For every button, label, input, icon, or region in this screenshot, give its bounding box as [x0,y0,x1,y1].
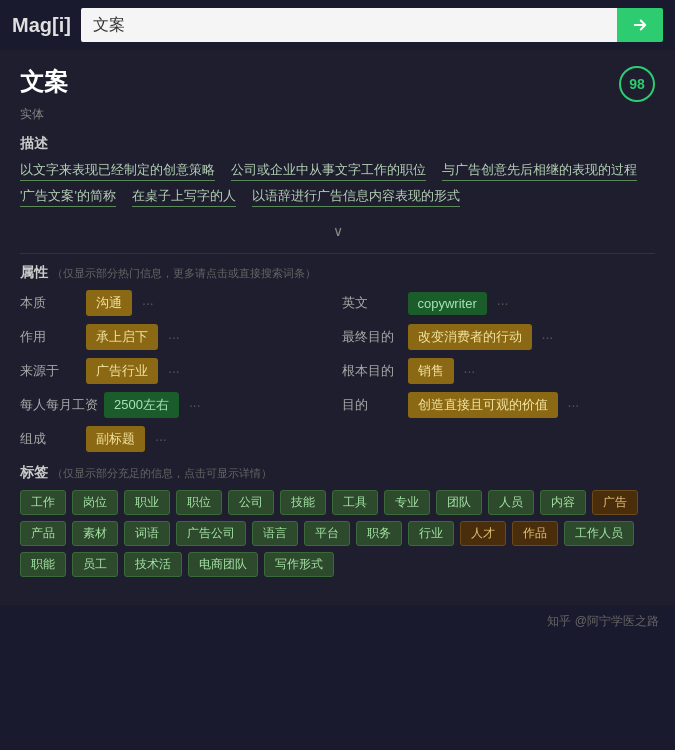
divider [20,253,655,254]
tag-item-22[interactable]: 工作人员 [564,521,634,546]
attr-col-right-1: 最终目的 改变消费者的行动 ··· [342,324,656,350]
desc-item-4[interactable]: 在桌子上写字的人 [132,187,236,207]
tag-item-6[interactable]: 工具 [332,490,378,515]
desc-item-5[interactable]: 以语辞进行广告信息内容表现的形式 [252,187,460,207]
attr-label-根本目的: 根本目的 [342,362,402,380]
attr-dots-0-left[interactable]: ··· [138,295,158,311]
attr-label-组成: 组成 [20,430,80,448]
tag-item-5[interactable]: 技能 [280,490,326,515]
tag-item-7[interactable]: 专业 [384,490,430,515]
logo: Mag[i] [12,14,71,37]
attr-dots-0-right[interactable]: ··· [493,295,513,311]
attr-value-改变消费者的行动[interactable]: 改变消费者的行动 [408,324,532,350]
attr-dots-2-left[interactable]: ··· [164,363,184,379]
attr-label-本质: 本质 [20,294,80,312]
search-bar [81,8,663,42]
tag-item-20[interactable]: 人才 [460,521,506,546]
tag-item-21[interactable]: 作品 [512,521,558,546]
attr-dots-1-left[interactable]: ··· [164,329,184,345]
attr-dots-4-left[interactable]: ··· [151,431,171,447]
description-items: 以文字来表现已经制定的创意策略 公司或企业中从事文字工作的职位 与广告创意先后相… [20,161,655,207]
header: Mag[i] [0,0,675,50]
attr-value-销售[interactable]: 销售 [408,358,454,384]
attributes-header: 属性（仅显示部分热门信息，更多请点击或直接搜索词条） [20,264,655,282]
desc-item-3[interactable]: '广告文案'的简称 [20,187,116,207]
tag-item-25[interactable]: 技术活 [124,552,182,577]
attr-label-英文: 英文 [342,294,402,312]
tag-item-9[interactable]: 人员 [488,490,534,515]
attr-label-目的: 目的 [342,396,402,414]
tag-item-15[interactable]: 广告公司 [176,521,246,546]
tag-item-4[interactable]: 公司 [228,490,274,515]
attr-value-承上启下[interactable]: 承上启下 [86,324,158,350]
attr-col-right-3: 目的 创造直接且可观的价值 ··· [342,392,656,418]
attributes-note: （仅显示部分热门信息，更多请点击或直接搜索词条） [52,267,316,279]
attr-value-创造直接且可观的价值[interactable]: 创造直接且可观的价值 [408,392,558,418]
tag-item-10[interactable]: 内容 [540,490,586,515]
main-content: 文案 98 实体 描述 以文字来表现已经制定的创意策略 公司或企业中从事文字工作… [0,50,675,605]
tag-item-11[interactable]: 广告 [592,490,638,515]
tag-item-14[interactable]: 词语 [124,521,170,546]
attr-dots-1-right[interactable]: ··· [538,329,558,345]
search-input[interactable] [81,8,617,42]
desc-item-1[interactable]: 公司或企业中从事文字工作的职位 [231,161,426,181]
tag-item-16[interactable]: 语言 [252,521,298,546]
attr-row-4: 组成 副标题 ··· [20,426,655,452]
desc-item-2[interactable]: 与广告创意先后相继的表现的过程 [442,161,637,181]
tags-container: 工作岗位职业职位公司技能工具专业团队人员内容广告产品素材词语广告公司语言平台职务… [20,490,655,577]
attr-row-2: 来源于 广告行业 ··· 根本目的 销售 ··· [20,358,655,384]
expand-icon: ∨ [333,223,343,239]
tag-item-27[interactable]: 写作形式 [264,552,334,577]
attr-value-copywriter[interactable]: copywriter [408,292,487,315]
attr-label-作用: 作用 [20,328,80,346]
title-row: 文案 98 [20,66,655,102]
attr-dots-3-left[interactable]: ··· [185,397,205,413]
footer-text: 知乎 @阿宁学医之路 [547,614,659,628]
attr-col-left-2: 来源于 广告行业 ··· [20,358,334,384]
attr-row-0: 本质 沟通 ··· 英文 copywriter ··· [20,290,655,316]
attr-dots-3-right[interactable]: ··· [564,397,584,413]
tag-item-19[interactable]: 行业 [408,521,454,546]
tags-note: （仅显示部分充足的信息，点击可显示详情） [52,467,272,479]
tags-section: 标签（仅显示部分充足的信息，点击可显示详情） 工作岗位职业职位公司技能工具专业团… [20,464,655,577]
description-header: 描述 [20,135,655,153]
footer: 知乎 @阿宁学医之路 [0,605,675,638]
expand-button[interactable]: ∨ [20,219,655,243]
attr-dots-2-right[interactable]: ··· [460,363,480,379]
score-badge: 98 [619,66,655,102]
tag-item-2[interactable]: 职业 [124,490,170,515]
tag-item-23[interactable]: 职能 [20,552,66,577]
entity-type: 实体 [20,106,655,123]
attr-col-right-2: 根本目的 销售 ··· [342,358,656,384]
attr-value-副标题[interactable]: 副标题 [86,426,145,452]
tag-item-17[interactable]: 平台 [304,521,350,546]
tag-item-3[interactable]: 职位 [176,490,222,515]
search-button[interactable] [617,8,663,42]
attr-col-left-3: 每人每月工资 2500左右 ··· [20,392,334,418]
tags-header: 标签（仅显示部分充足的信息，点击可显示详情） [20,464,655,482]
search-arrow-icon [631,16,649,34]
attr-value-沟通[interactable]: 沟通 [86,290,132,316]
desc-item-0[interactable]: 以文字来表现已经制定的创意策略 [20,161,215,181]
attr-row-1: 作用 承上启下 ··· 最终目的 改变消费者的行动 ··· [20,324,655,350]
attr-col-left-4: 组成 副标题 ··· [20,426,334,452]
attr-label-最终目的: 最终目的 [342,328,402,346]
attr-row-3: 每人每月工资 2500左右 ··· 目的 创造直接且可观的价值 ··· [20,392,655,418]
tag-item-24[interactable]: 员工 [72,552,118,577]
tag-item-8[interactable]: 团队 [436,490,482,515]
attr-value-广告行业[interactable]: 广告行业 [86,358,158,384]
attr-col-left-0: 本质 沟通 ··· [20,290,334,316]
tag-item-1[interactable]: 岗位 [72,490,118,515]
attributes-section: 属性（仅显示部分热门信息，更多请点击或直接搜索词条） 本质 沟通 ··· 英文 … [20,264,655,452]
entity-title: 文案 [20,66,68,98]
attr-label-来源于: 来源于 [20,362,80,380]
tag-item-0[interactable]: 工作 [20,490,66,515]
tag-item-26[interactable]: 电商团队 [188,552,258,577]
attr-value-2500左右[interactable]: 2500左右 [104,392,179,418]
tag-item-13[interactable]: 素材 [72,521,118,546]
attr-col-right-0: 英文 copywriter ··· [342,292,656,315]
tag-item-12[interactable]: 产品 [20,521,66,546]
tag-item-18[interactable]: 职务 [356,521,402,546]
description-section: 描述 以文字来表现已经制定的创意策略 公司或企业中从事文字工作的职位 与广告创意… [20,135,655,207]
attr-label-每人每月工资: 每人每月工资 [20,396,98,414]
